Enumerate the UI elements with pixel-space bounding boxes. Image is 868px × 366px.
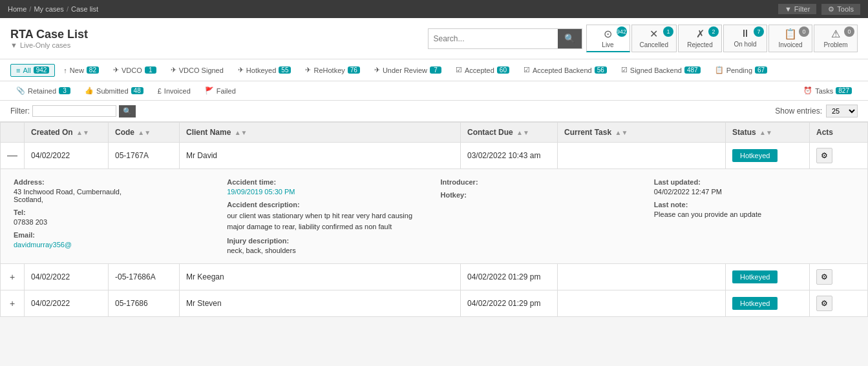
rehotkey-icon: ✈ xyxy=(305,66,311,74)
hotkeyed-status-button[interactable]: Hotkeyed xyxy=(732,149,778,162)
sort-icon-created: ▲▼ xyxy=(76,129,89,136)
header-left: RTA Case List ▼ Live-Only cases xyxy=(10,28,88,49)
ftab-accepted[interactable]: ☑ Accepted 60 xyxy=(450,63,515,77)
ftab-signed-backend[interactable]: ☑ Signed Backend 487 xyxy=(615,63,706,77)
filter-search-button[interactable]: 🔍 xyxy=(119,105,136,117)
cancelled-badge: 1 xyxy=(663,26,673,37)
current-task-cell xyxy=(558,290,726,317)
sort-icon-contact: ▲▼ xyxy=(516,129,529,136)
filter-label: Filter: xyxy=(10,107,30,116)
acts-cell: ⚙ xyxy=(810,264,868,290)
col-header-code[interactable]: Code ▲▼ xyxy=(109,123,180,143)
gear-icon: ⚙ xyxy=(828,5,834,14)
col-header-task[interactable]: Current Task ▲▼ xyxy=(558,123,726,143)
code-cell: 05-1767A xyxy=(109,143,180,169)
sort-icon-code: ▲▼ xyxy=(138,129,151,136)
search-input[interactable] xyxy=(429,29,558,48)
filter-search-icon: 🔍 xyxy=(123,107,132,115)
submitted-icon: 👍 xyxy=(85,86,94,95)
subfilter-tabs-row: 📎 Retained 3 👍 Submitted 48 £ Invoiced 🚩… xyxy=(0,81,868,101)
acts-cell: ⚙ xyxy=(810,290,868,317)
filter-input-wrap: Filter: 🔍 xyxy=(10,105,136,117)
tools-button[interactable]: ⚙ Tools xyxy=(821,4,860,15)
pending-icon: 📋 xyxy=(715,66,724,74)
hotkeyed-status-button[interactable]: Hotkeyed xyxy=(732,270,778,283)
expand-button[interactable]: + xyxy=(10,298,15,309)
table-row: + 04/02/2022 05-17686 Mr Steven 04/02/20… xyxy=(1,290,868,317)
tab-live[interactable]: 942 ⊙ Live xyxy=(586,25,630,52)
ftab-under-review[interactable]: ✈ Under Review 7 xyxy=(368,63,447,77)
retained-icon: 📎 xyxy=(16,86,25,95)
client-name-cell: Mr Steven xyxy=(180,290,461,317)
ftab-new[interactable]: ↑ New 82 xyxy=(58,64,105,77)
filter-button[interactable]: ▼ Filter xyxy=(778,4,816,14)
ftab-submitted[interactable]: 👍 Submitted 48 xyxy=(79,84,149,97)
tab-cancelled[interactable]: 1 ✕ Cancelled xyxy=(631,25,677,52)
ftab-all[interactable]: ≡ All 942 xyxy=(10,64,55,77)
filter-input[interactable] xyxy=(32,105,116,117)
page-header: RTA Case List ▼ Live-Only cases 🔍 942 ⊙ … xyxy=(0,18,868,59)
tab-onhold[interactable]: 7 ⏸ On hold xyxy=(723,25,767,52)
col-header-client[interactable]: Client Name ▲▼ xyxy=(180,123,461,143)
page-subtitle: ▼ Live-Only cases xyxy=(10,41,88,49)
cases-table: Created On ▲▼ Code ▲▼ Client Name ▲▼ Con… xyxy=(0,122,868,317)
cancelled-icon: ✕ xyxy=(650,28,658,40)
tab-rejected[interactable]: 2 ✗ Rejected xyxy=(678,25,722,52)
onhold-icon: ⏸ xyxy=(740,28,750,39)
row-action-button[interactable]: ⚙ xyxy=(816,269,832,285)
case-list-link[interactable]: Case list xyxy=(71,5,98,13)
col-header-created[interactable]: Created On ▲▼ xyxy=(25,123,109,143)
hotkeyed-icon: ✈ xyxy=(238,66,244,74)
tab-problem[interactable]: 0 ⚠ Problem xyxy=(814,25,858,52)
last-updated-section: Last updated: 04/02/2022 12:47 PM Last n… xyxy=(654,178,854,254)
my-cases-link[interactable]: My cases xyxy=(34,5,63,13)
ftab-accepted-backend[interactable]: ☑ Accepted Backend 56 xyxy=(518,63,613,77)
ftab-retained[interactable]: 📎 Retained 3 xyxy=(10,84,76,97)
expand-cell: + xyxy=(1,264,25,290)
signed-backend-icon: ☑ xyxy=(621,66,628,74)
col-header-contact[interactable]: Contact Due ▲▼ xyxy=(461,123,558,143)
tasks-icon: ⏰ xyxy=(803,86,812,95)
ftab-tasks[interactable]: ⏰ Tasks 827 xyxy=(798,84,858,97)
ftab-hotkeyed[interactable]: ✈ Hotkeyed 55 xyxy=(232,63,297,77)
code-cell: -05-17686A xyxy=(109,264,180,290)
onhold-badge: 7 xyxy=(754,26,764,37)
contact-due-cell: 04/02/2022 01:29 pm xyxy=(461,290,558,317)
ftab-invoiced-sub[interactable]: £ Invoiced xyxy=(152,85,196,97)
created-on-cell: 04/02/2022 xyxy=(25,264,109,290)
cases-table-wrap: Created On ▲▼ Code ▲▼ Client Name ▲▼ Con… xyxy=(0,122,868,317)
show-entries-select[interactable]: 25 50 100 xyxy=(826,105,858,117)
sort-icon-status: ▲▼ xyxy=(759,129,772,136)
search-icon: 🔍 xyxy=(564,34,575,43)
vdco-signed-icon: ✈ xyxy=(171,66,176,74)
sort-icon-task: ▲▼ xyxy=(615,129,628,136)
ftab-rehotkey[interactable]: ✈ ReHotkey 76 xyxy=(299,63,365,77)
address-section: Address: 43 Inchwood Road, Cumbernauld, … xyxy=(14,178,214,254)
vdco-icon: ✈ xyxy=(113,66,119,74)
problem-label: Problem xyxy=(823,41,847,48)
row-action-button[interactable]: ⚙ xyxy=(816,296,832,311)
search-button[interactable]: 🔍 xyxy=(558,29,582,48)
expanded-content: Address: 43 Inchwood Road, Cumbernauld, … xyxy=(1,169,867,263)
accepted-backend-icon: ☑ xyxy=(524,66,530,74)
home-link[interactable]: Home xyxy=(8,5,26,13)
breadcrumb: Home / My cases / Case list xyxy=(8,5,98,13)
contact-due-cell: 04/02/2022 01:29 pm xyxy=(461,264,558,290)
hotkeyed-status-button[interactable]: Hotkeyed xyxy=(732,297,778,310)
ftab-vdco[interactable]: ✈ VDCO 1 xyxy=(107,63,162,77)
expand-button[interactable]: + xyxy=(10,272,15,282)
under-review-icon: ✈ xyxy=(374,66,380,74)
live-badge: 942 xyxy=(617,26,627,37)
filter-bar: Filter: 🔍 Show entries: 25 50 100 xyxy=(0,101,868,122)
client-name-cell: Mr David xyxy=(180,143,461,169)
status-cell: Hotkeyed xyxy=(726,290,810,317)
tab-invoiced[interactable]: 0 📋 Invoiced xyxy=(768,25,812,52)
row-action-button[interactable]: ⚙ xyxy=(816,148,832,163)
ftab-vdco-signed[interactable]: ✈ VDCO Signed xyxy=(165,63,229,77)
accepted-icon: ☑ xyxy=(456,66,462,74)
col-header-status[interactable]: Status ▲▼ xyxy=(726,123,810,143)
ftab-failed[interactable]: 🚩 Failed xyxy=(199,84,242,97)
ftab-pending[interactable]: 📋 Pending 67 xyxy=(709,63,774,77)
collapse-button[interactable]: — xyxy=(7,150,17,161)
created-on-cell: 04/02/2022 xyxy=(25,143,109,169)
